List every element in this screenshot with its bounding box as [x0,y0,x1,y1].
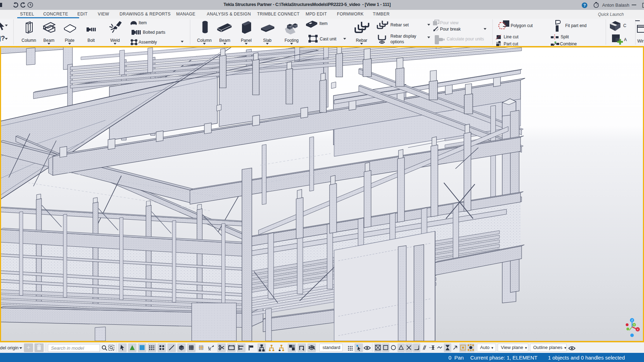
svg-text:?: ? [584,3,586,7]
svg-text:Z: Z [631,319,633,322]
svg-text:X: X [637,328,639,331]
svg-text:Y: Y [633,324,635,326]
